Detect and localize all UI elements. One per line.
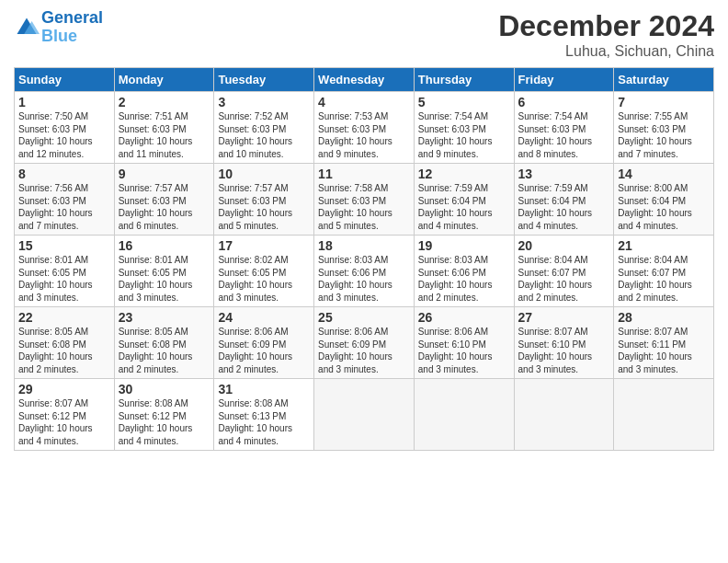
day-number: 5 [418, 95, 510, 109]
calendar-cell: 2 Sunrise: 7:51 AMSunset: 6:03 PMDayligh… [114, 92, 214, 164]
day-info: Sunrise: 8:01 AMSunset: 6:05 PMDaylight:… [18, 255, 93, 303]
day-header-saturday: Saturday [614, 68, 714, 92]
day-number: 11 [318, 167, 410, 181]
day-number: 14 [618, 167, 710, 181]
day-info: Sunrise: 8:03 AMSunset: 6:06 PMDaylight:… [418, 255, 493, 303]
calendar-cell: 25 Sunrise: 8:06 AMSunset: 6:09 PMDaylig… [314, 307, 415, 379]
day-number: 19 [418, 238, 510, 253]
calendar-cell: 28 Sunrise: 8:07 AMSunset: 6:11 PMDaylig… [614, 307, 714, 379]
day-info: Sunrise: 8:06 AMSunset: 6:10 PMDaylight:… [418, 327, 493, 374]
week-row-0: 1 Sunrise: 7:50 AMSunset: 6:03 PMDayligh… [15, 92, 714, 164]
week-row-3: 22 Sunrise: 8:05 AMSunset: 6:08 PMDaylig… [15, 307, 714, 379]
calendar-cell: 31 Sunrise: 8:08 AMSunset: 6:13 PMDaylig… [214, 379, 314, 451]
day-number: 4 [318, 95, 410, 109]
day-number: 6 [518, 95, 610, 109]
title-block: December 2024 Luhua, Sichuan, China [498, 9, 714, 60]
day-number: 12 [418, 167, 510, 181]
day-info: Sunrise: 7:54 AMSunset: 6:03 PMDaylight:… [418, 111, 493, 159]
day-header-row: SundayMondayTuesdayWednesdayThursdayFrid… [15, 68, 714, 92]
logo-line1: General [41, 9, 103, 28]
week-row-2: 15 Sunrise: 8:01 AMSunset: 6:05 PMDaylig… [15, 236, 714, 307]
calendar-cell: 29 Sunrise: 8:07 AMSunset: 6:12 PMDaylig… [15, 379, 115, 451]
logo-icon [14, 15, 40, 40]
calendar-title: December 2024 [498, 9, 714, 43]
day-number: 10 [218, 167, 310, 181]
day-info: Sunrise: 8:05 AMSunset: 6:08 PMDaylight:… [119, 327, 193, 374]
day-info: Sunrise: 8:04 AMSunset: 6:07 PMDaylight:… [518, 255, 593, 303]
day-info: Sunrise: 7:50 AMSunset: 6:03 PMDaylight:… [18, 111, 93, 159]
calendar-cell: 30 Sunrise: 8:08 AMSunset: 6:12 PMDaylig… [114, 379, 214, 451]
day-header-monday: Monday [114, 68, 214, 92]
day-info: Sunrise: 8:04 AMSunset: 6:07 PMDaylight:… [618, 255, 692, 303]
day-number: 27 [518, 310, 610, 325]
day-number: 30 [119, 382, 210, 396]
calendar-cell: 1 Sunrise: 7:50 AMSunset: 6:03 PMDayligh… [15, 92, 115, 164]
calendar-cell: 26 Sunrise: 8:06 AMSunset: 6:10 PMDaylig… [414, 307, 514, 379]
calendar-cell [514, 379, 614, 451]
calendar-cell: 11 Sunrise: 7:58 AMSunset: 6:03 PMDaylig… [314, 164, 415, 236]
calendar-cell: 21 Sunrise: 8:04 AMSunset: 6:07 PMDaylig… [614, 236, 714, 307]
day-number: 20 [518, 238, 610, 253]
logo: General Blue [14, 9, 103, 46]
day-info: Sunrise: 8:06 AMSunset: 6:09 PMDaylight:… [218, 327, 292, 374]
day-info: Sunrise: 8:07 AMSunset: 6:10 PMDaylight:… [518, 327, 593, 374]
calendar-cell: 19 Sunrise: 8:03 AMSunset: 6:06 PMDaylig… [414, 236, 514, 307]
day-number: 13 [518, 167, 610, 181]
day-number: 28 [618, 310, 710, 325]
calendar-cell [414, 379, 514, 451]
calendar-cell: 12 Sunrise: 7:59 AMSunset: 6:04 PMDaylig… [414, 164, 514, 236]
calendar-cell: 10 Sunrise: 7:57 AMSunset: 6:03 PMDaylig… [214, 164, 314, 236]
day-number: 8 [18, 167, 110, 181]
week-row-4: 29 Sunrise: 8:07 AMSunset: 6:12 PMDaylig… [15, 379, 714, 451]
calendar-table: SundayMondayTuesdayWednesdayThursdayFrid… [14, 67, 714, 451]
day-number: 1 [18, 95, 110, 109]
calendar-cell: 13 Sunrise: 7:59 AMSunset: 6:04 PMDaylig… [514, 164, 614, 236]
day-info: Sunrise: 7:57 AMSunset: 6:03 PMDaylight:… [218, 183, 292, 231]
week-row-1: 8 Sunrise: 7:56 AMSunset: 6:03 PMDayligh… [15, 164, 714, 236]
day-number: 22 [18, 310, 110, 325]
day-info: Sunrise: 8:03 AMSunset: 6:06 PMDaylight:… [318, 255, 392, 303]
day-header-thursday: Thursday [414, 68, 514, 92]
day-header-friday: Friday [514, 68, 614, 92]
calendar-cell: 5 Sunrise: 7:54 AMSunset: 6:03 PMDayligh… [414, 92, 514, 164]
calendar-cell: 4 Sunrise: 7:53 AMSunset: 6:03 PMDayligh… [314, 92, 415, 164]
day-info: Sunrise: 8:01 AMSunset: 6:05 PMDaylight:… [119, 255, 193, 303]
day-info: Sunrise: 7:52 AMSunset: 6:03 PMDaylight:… [218, 111, 292, 159]
day-number: 24 [218, 310, 310, 325]
calendar-cell: 20 Sunrise: 8:04 AMSunset: 6:07 PMDaylig… [514, 236, 614, 307]
day-info: Sunrise: 8:08 AMSunset: 6:12 PMDaylight:… [119, 398, 193, 446]
day-number: 23 [119, 310, 210, 325]
day-header-wednesday: Wednesday [314, 68, 415, 92]
day-info: Sunrise: 8:05 AMSunset: 6:08 PMDaylight:… [18, 327, 93, 374]
day-number: 31 [218, 382, 310, 396]
calendar-cell: 7 Sunrise: 7:55 AMSunset: 6:03 PMDayligh… [614, 92, 714, 164]
day-info: Sunrise: 7:55 AMSunset: 6:03 PMDaylight:… [618, 111, 692, 159]
day-header-tuesday: Tuesday [214, 68, 314, 92]
day-number: 9 [119, 167, 210, 181]
day-header-sunday: Sunday [15, 68, 115, 92]
calendar-cell [614, 379, 714, 451]
day-number: 29 [18, 382, 110, 396]
day-number: 2 [119, 95, 210, 109]
day-info: Sunrise: 7:51 AMSunset: 6:03 PMDaylight:… [119, 111, 193, 159]
day-info: Sunrise: 8:08 AMSunset: 6:13 PMDaylight:… [218, 398, 292, 446]
calendar-cell: 22 Sunrise: 8:05 AMSunset: 6:08 PMDaylig… [15, 307, 115, 379]
day-info: Sunrise: 7:56 AMSunset: 6:03 PMDaylight:… [18, 183, 93, 231]
day-number: 26 [418, 310, 510, 325]
logo-line2: Blue [41, 28, 103, 46]
day-number: 3 [218, 95, 310, 109]
day-info: Sunrise: 8:06 AMSunset: 6:09 PMDaylight:… [318, 327, 392, 374]
calendar-cell: 17 Sunrise: 8:02 AMSunset: 6:05 PMDaylig… [214, 236, 314, 307]
day-info: Sunrise: 7:53 AMSunset: 6:03 PMDaylight:… [318, 111, 392, 159]
calendar-cell: 23 Sunrise: 8:05 AMSunset: 6:08 PMDaylig… [114, 307, 214, 379]
day-info: Sunrise: 8:07 AMSunset: 6:11 PMDaylight:… [618, 327, 692, 374]
calendar-cell: 14 Sunrise: 8:00 AMSunset: 6:04 PMDaylig… [614, 164, 714, 236]
day-number: 18 [318, 238, 410, 253]
calendar-cell: 16 Sunrise: 8:01 AMSunset: 6:05 PMDaylig… [114, 236, 214, 307]
calendar-subtitle: Luhua, Sichuan, China [498, 43, 714, 60]
day-info: Sunrise: 7:57 AMSunset: 6:03 PMDaylight:… [119, 183, 193, 231]
calendar-cell: 15 Sunrise: 8:01 AMSunset: 6:05 PMDaylig… [15, 236, 115, 307]
day-info: Sunrise: 8:02 AMSunset: 6:05 PMDaylight:… [218, 255, 292, 303]
day-number: 7 [618, 95, 710, 109]
calendar-cell: 24 Sunrise: 8:06 AMSunset: 6:09 PMDaylig… [214, 307, 314, 379]
